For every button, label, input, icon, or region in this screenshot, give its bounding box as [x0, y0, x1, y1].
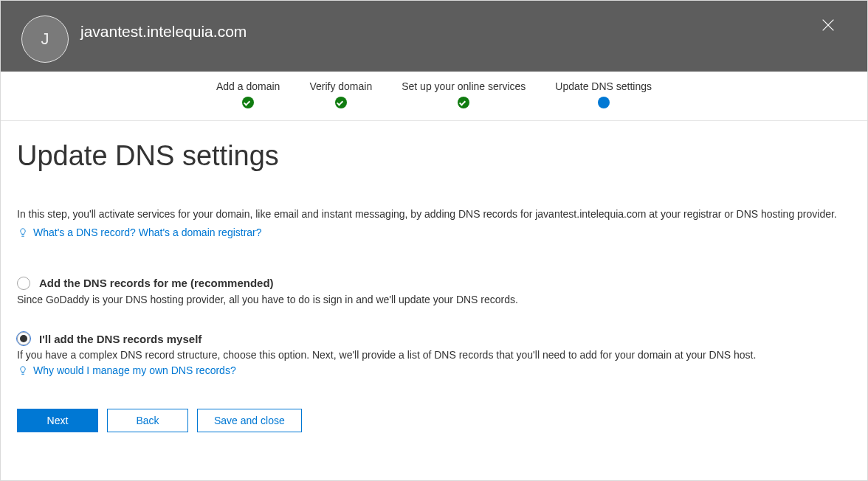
lightbulb-icon — [17, 364, 29, 376]
page-title: Update DNS settings — [17, 140, 851, 172]
step-setup-services[interactable]: Set up your online services — [402, 80, 526, 108]
current-step-icon — [598, 97, 610, 108]
help-link-manage-own[interactable]: Why would I manage my own DNS records? — [33, 364, 236, 376]
close-icon — [820, 23, 836, 35]
option-desc: Since GoDaddy is your DNS hosting provid… — [17, 293, 851, 308]
option-manual-dns: I'll add the DNS records myself If you h… — [17, 332, 851, 376]
check-icon — [335, 97, 347, 108]
wizard-steps: Add a domain Verify domain Set up your o… — [1, 72, 867, 121]
save-close-button[interactable]: Save and close — [197, 409, 302, 432]
step-verify-domain[interactable]: Verify domain — [309, 80, 372, 108]
avatar[interactable]: J — [21, 15, 69, 63]
close-button[interactable] — [820, 17, 841, 38]
lightbulb-icon — [17, 226, 29, 238]
check-icon — [242, 97, 254, 108]
intro-text: In this step, you'll activate services f… — [17, 207, 851, 222]
main-content: Update DNS settings In this step, you'll… — [1, 121, 867, 432]
step-label: Set up your online services — [402, 80, 526, 92]
step-add-domain[interactable]: Add a domain — [216, 80, 280, 108]
radio-manual-dns[interactable] — [17, 332, 30, 345]
back-button[interactable]: Back — [107, 409, 188, 432]
help-link-dns-record[interactable]: What's a DNS record? What's a domain reg… — [33, 226, 262, 238]
step-update-dns[interactable]: Update DNS settings — [555, 80, 652, 108]
avatar-initial: J — [41, 30, 49, 49]
next-button[interactable]: Next — [17, 409, 98, 432]
option-auto-dns: Add the DNS records for me (recommended)… — [17, 277, 851, 308]
radio-auto-dns[interactable] — [17, 277, 30, 290]
button-row: Next Back Save and close — [17, 409, 851, 432]
option-label: Add the DNS records for me (recommended) — [39, 277, 274, 289]
option-label: I'll add the DNS records myself — [39, 333, 202, 345]
dns-option-group: Add the DNS records for me (recommended)… — [17, 277, 851, 376]
step-label: Verify domain — [309, 80, 372, 92]
step-label: Add a domain — [216, 80, 280, 92]
step-label: Update DNS settings — [555, 80, 652, 92]
domain-name: javantest.intelequia.com — [80, 23, 247, 41]
option-desc: If you have a complex DNS record structu… — [17, 348, 851, 363]
header-band: J javantest.intelequia.com — [1, 1, 867, 72]
check-icon — [458, 97, 469, 108]
